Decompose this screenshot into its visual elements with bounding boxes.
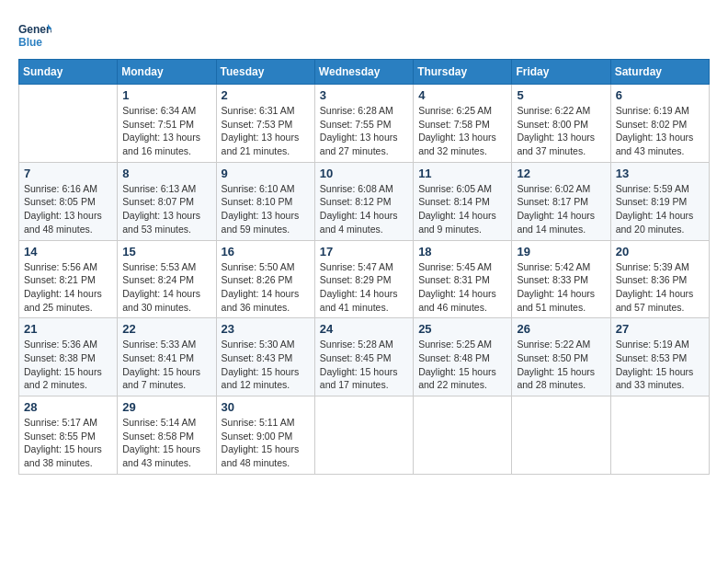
day-info: Sunrise: 6:25 AMSunset: 7:58 PMDaylight:… [418,104,506,158]
day-header-wednesday: Wednesday [314,60,413,85]
calendar-cell: 17Sunrise: 5:47 AMSunset: 8:29 PMDayligh… [314,240,413,318]
day-info: Sunrise: 5:28 AMSunset: 8:45 PMDaylight:… [320,338,408,392]
day-number: 18 [418,245,506,259]
day-number: 1 [122,88,210,102]
day-info: Sunrise: 5:50 AMSunset: 8:26 PMDaylight:… [222,260,310,315]
calendar-cell [19,85,118,163]
day-number: 25 [418,322,506,336]
day-number: 26 [517,322,605,336]
day-number: 23 [222,322,310,336]
day-number: 17 [320,245,408,259]
day-number: 19 [517,245,605,259]
day-number: 21 [24,322,112,336]
day-info: Sunrise: 5:47 AMSunset: 8:29 PMDaylight:… [320,260,408,315]
day-info: Sunrise: 6:19 AMSunset: 8:02 PMDaylight:… [616,104,704,158]
day-number: 15 [122,245,210,259]
calendar-cell: 24Sunrise: 5:28 AMSunset: 8:45 PMDayligh… [314,318,413,396]
day-info: Sunrise: 5:39 AMSunset: 8:36 PMDaylight:… [616,260,704,315]
day-info: Sunrise: 6:31 AMSunset: 7:53 PMDaylight:… [222,104,310,158]
day-number: 3 [320,88,408,102]
day-number: 2 [222,88,310,102]
day-info: Sunrise: 5:11 AMSunset: 9:00 PMDaylight:… [222,416,310,470]
calendar-cell: 21Sunrise: 5:36 AMSunset: 8:38 PMDayligh… [19,318,118,396]
calendar-cell: 2Sunrise: 6:31 AMSunset: 7:53 PMDaylight… [216,85,314,163]
page-header: General Blue [18,18,710,52]
day-info: Sunrise: 5:22 AMSunset: 8:50 PMDaylight:… [517,338,605,392]
day-info: Sunrise: 5:33 AMSunset: 8:41 PMDaylight:… [122,338,210,392]
day-info: Sunrise: 5:56 AMSunset: 8:21 PMDaylight:… [24,260,112,315]
day-number: 13 [616,167,704,180]
logo-bird-icon: General Blue [18,18,51,52]
day-info: Sunrise: 5:45 AMSunset: 8:31 PMDaylight:… [418,260,506,315]
day-number: 29 [122,400,210,414]
calendar-cell: 28Sunrise: 5:17 AMSunset: 8:55 PMDayligh… [19,396,118,475]
day-number: 12 [517,167,605,180]
calendar-week-row: 7Sunrise: 6:16 AMSunset: 8:05 PMDaylight… [19,162,710,240]
day-number: 9 [222,167,310,180]
day-number: 4 [418,88,506,102]
day-number: 5 [517,88,605,102]
day-info: Sunrise: 6:13 AMSunset: 8:07 PMDaylight:… [122,182,210,236]
day-info: Sunrise: 6:02 AMSunset: 8:17 PMDaylight:… [517,182,605,236]
calendar-cell: 20Sunrise: 5:39 AMSunset: 8:36 PMDayligh… [610,240,709,318]
day-number: 20 [616,245,704,259]
day-header-tuesday: Tuesday [216,60,314,85]
day-info: Sunrise: 5:53 AMSunset: 8:24 PMDaylight:… [122,260,210,315]
calendar-cell: 26Sunrise: 5:22 AMSunset: 8:50 PMDayligh… [512,318,610,396]
day-header-sunday: Sunday [19,60,118,85]
day-info: Sunrise: 5:25 AMSunset: 8:48 PMDaylight:… [418,338,506,392]
calendar-cell: 7Sunrise: 6:16 AMSunset: 8:05 PMDaylight… [19,162,118,240]
day-number: 28 [24,400,112,414]
day-info: Sunrise: 5:36 AMSunset: 8:38 PMDaylight:… [24,338,112,392]
day-info: Sunrise: 6:22 AMSunset: 8:00 PMDaylight:… [517,104,605,158]
day-info: Sunrise: 5:19 AMSunset: 8:53 PMDaylight:… [616,338,704,392]
calendar-cell [414,396,512,475]
calendar-cell: 5Sunrise: 6:22 AMSunset: 8:00 PMDaylight… [512,85,610,163]
day-number: 27 [616,322,704,336]
day-info: Sunrise: 5:30 AMSunset: 8:43 PMDaylight:… [222,338,310,392]
day-info: Sunrise: 5:42 AMSunset: 8:33 PMDaylight:… [517,260,605,315]
calendar-cell: 4Sunrise: 6:25 AMSunset: 7:58 PMDaylight… [414,85,512,163]
calendar-cell: 15Sunrise: 5:53 AMSunset: 8:24 PMDayligh… [118,240,216,318]
svg-text:General: General [18,23,51,36]
day-info: Sunrise: 6:28 AMSunset: 7:55 PMDaylight:… [320,104,408,158]
calendar-cell: 13Sunrise: 5:59 AMSunset: 8:19 PMDayligh… [610,162,709,240]
calendar-cell: 22Sunrise: 5:33 AMSunset: 8:41 PMDayligh… [118,318,216,396]
calendar-cell: 11Sunrise: 6:05 AMSunset: 8:14 PMDayligh… [414,162,512,240]
svg-text:Blue: Blue [18,36,42,49]
calendar-cell: 19Sunrise: 5:42 AMSunset: 8:33 PMDayligh… [512,240,610,318]
calendar-week-row: 14Sunrise: 5:56 AMSunset: 8:21 PMDayligh… [19,240,710,318]
calendar-week-row: 21Sunrise: 5:36 AMSunset: 8:38 PMDayligh… [19,318,710,396]
logo: General Blue [18,18,51,52]
day-info: Sunrise: 5:17 AMSunset: 8:55 PMDaylight:… [24,416,112,470]
calendar-cell: 8Sunrise: 6:13 AMSunset: 8:07 PMDaylight… [118,162,216,240]
calendar-header-row: SundayMondayTuesdayWednesdayThursdayFrid… [19,60,710,85]
calendar-cell: 3Sunrise: 6:28 AMSunset: 7:55 PMDaylight… [314,85,413,163]
day-number: 22 [122,322,210,336]
calendar-cell: 27Sunrise: 5:19 AMSunset: 8:53 PMDayligh… [610,318,709,396]
calendar-cell: 18Sunrise: 5:45 AMSunset: 8:31 PMDayligh… [414,240,512,318]
calendar-cell: 14Sunrise: 5:56 AMSunset: 8:21 PMDayligh… [19,240,118,318]
calendar-cell: 9Sunrise: 6:10 AMSunset: 8:10 PMDaylight… [216,162,314,240]
day-number: 10 [320,167,408,180]
day-info: Sunrise: 5:14 AMSunset: 8:58 PMDaylight:… [122,416,210,470]
day-number: 16 [222,245,310,259]
day-info: Sunrise: 6:05 AMSunset: 8:14 PMDaylight:… [418,182,506,236]
calendar-week-row: 1Sunrise: 6:34 AMSunset: 7:51 PMDaylight… [19,85,710,163]
calendar-cell: 12Sunrise: 6:02 AMSunset: 8:17 PMDayligh… [512,162,610,240]
calendar-cell [512,396,610,475]
day-info: Sunrise: 6:16 AMSunset: 8:05 PMDaylight:… [24,182,112,236]
day-info: Sunrise: 6:10 AMSunset: 8:10 PMDaylight:… [222,182,310,236]
calendar-table: SundayMondayTuesdayWednesdayThursdayFrid… [18,59,710,475]
calendar-cell: 29Sunrise: 5:14 AMSunset: 8:58 PMDayligh… [118,396,216,475]
day-number: 11 [418,167,506,180]
day-number: 14 [24,245,112,259]
day-header-saturday: Saturday [610,60,709,85]
calendar-cell: 23Sunrise: 5:30 AMSunset: 8:43 PMDayligh… [216,318,314,396]
day-info: Sunrise: 5:59 AMSunset: 8:19 PMDaylight:… [616,182,704,236]
day-number: 7 [24,167,112,180]
day-info: Sunrise: 6:34 AMSunset: 7:51 PMDaylight:… [122,104,210,158]
day-info: Sunrise: 6:08 AMSunset: 8:12 PMDaylight:… [320,182,408,236]
calendar-cell [314,396,413,475]
calendar-cell: 1Sunrise: 6:34 AMSunset: 7:51 PMDaylight… [118,85,216,163]
